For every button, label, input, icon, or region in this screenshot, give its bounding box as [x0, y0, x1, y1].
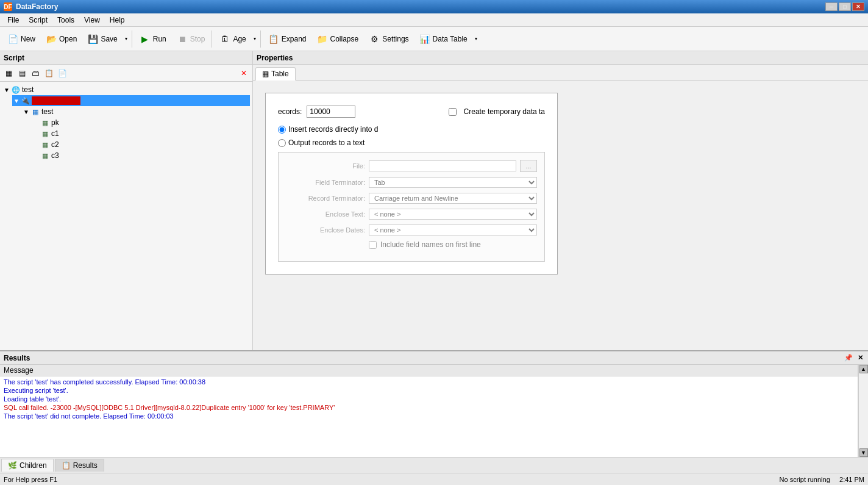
tree-col-c2[interactable]: ▦ c2: [32, 139, 250, 150]
data-table-dropdown[interactable]: ▾: [473, 29, 479, 49]
output-group: File: ... Field Terminator: Tab Comma Se…: [278, 152, 545, 262]
create-temp-checkbox[interactable]: [449, 108, 457, 116]
bottom-tabs: 🌿 Children 📋 Results: [0, 457, 868, 473]
enclose-dates-row: Enclose Dates: < none > Single quote Dou…: [286, 225, 537, 235]
expand-button[interactable]: 📋 Expand: [263, 29, 311, 49]
tab-bar: ▦ Table: [253, 65, 868, 81]
menu-bar: File Script Tools View Help: [0, 13, 868, 27]
records-input[interactable]: [307, 106, 355, 118]
table-tab-icon: ▦: [262, 70, 269, 78]
script-panel-header: Script: [0, 51, 252, 65]
save-icon: 💾: [87, 33, 99, 45]
pin-button[interactable]: 📌: [843, 354, 854, 362]
tree-view[interactable]: ▼ 🌐 test ▼ 🔌 ▼ ▦ test: [0, 82, 252, 350]
results-controls: 📌 ✕: [843, 354, 864, 362]
tree-col-c3[interactable]: ▦ c3: [32, 150, 250, 161]
expand-icon: 📋: [268, 33, 280, 45]
db-icon: 🌐: [11, 85, 21, 95]
menu-view[interactable]: View: [79, 15, 105, 26]
records-label: ecords:: [278, 107, 302, 116]
collapse-icon: 📁: [316, 33, 329, 45]
field-terminator-select[interactable]: Tab Comma Semicolon: [369, 177, 537, 188]
file-input[interactable]: [369, 160, 516, 171]
msg-3: SQL call failed. -23000 -[MySQL][ODBC 5.…: [4, 403, 854, 412]
app-icon: DF: [4, 2, 12, 11]
scroll-up-btn[interactable]: ▲: [859, 365, 868, 373]
tree-db-item[interactable]: ▼ 🔌: [12, 95, 250, 106]
col-icon-c1: ▦: [40, 129, 50, 138]
output-radio[interactable]: [278, 139, 286, 147]
results-tab-icon: 📋: [62, 461, 71, 470]
script-toolbar: ▦ ▤ 🗃 📋 📄 ✕: [0, 65, 252, 82]
new-db-btn[interactable]: 🗃: [29, 67, 41, 79]
insert-radio-group: Insert records directly into d: [278, 125, 545, 134]
results-scrollbar[interactable]: ▲ ▼: [858, 365, 868, 457]
enclose-dates-label: Enclose Dates:: [286, 226, 365, 234]
tree-col-pk[interactable]: ▦ pk: [32, 117, 250, 128]
close-results-button[interactable]: ✕: [856, 354, 864, 362]
tab-table[interactable]: ▦ Table: [255, 67, 296, 81]
enclose-text-select[interactable]: < none > Single quote Double quote: [369, 209, 537, 220]
status-left: For Help press F1: [4, 476, 57, 483]
age-button[interactable]: 🗓 Age: [215, 29, 250, 49]
settings-icon: ⚙: [368, 33, 380, 45]
msg-4: The script 'test' did not complete. Elap…: [4, 412, 854, 420]
settings-button[interactable]: ⚙ Settings: [364, 29, 413, 49]
open-button[interactable]: 📂 Open: [41, 29, 81, 49]
stop-button[interactable]: ⏹ Stop: [172, 29, 210, 49]
tree-root[interactable]: ▼ 🌐 test: [2, 84, 250, 95]
menu-script[interactable]: Script: [24, 15, 52, 26]
status-bar: For Help press F1 No script running 2:41…: [0, 473, 868, 485]
window-controls: ─ □ ✕: [825, 2, 864, 11]
insert-radio[interactable]: [278, 126, 286, 134]
results-body: Message The script 'test' has completed …: [0, 365, 868, 457]
properties-panel: Properties ▦ Table ecords: Create tempor…: [253, 51, 868, 350]
menu-tools[interactable]: Tools: [52, 15, 79, 26]
field-terminator-row: Field Terminator: Tab Comma Semicolon: [286, 177, 537, 188]
enclose-text-label: Enclose Text:: [286, 210, 365, 218]
run-button[interactable]: ▶ Run: [135, 29, 171, 49]
enclose-dates-select[interactable]: < none > Single quote Double quote: [369, 225, 537, 235]
script-panel: Script ▦ ▤ 🗃 📋 📄 ✕: [0, 51, 253, 350]
maximize-button[interactable]: □: [839, 2, 851, 11]
message-panel: Message The script 'test' has completed …: [0, 365, 858, 457]
save-dropdown[interactable]: ▾: [123, 29, 129, 49]
age-dropdown[interactable]: ▾: [252, 29, 258, 49]
tree-table[interactable]: ▼ ▦ test: [22, 106, 250, 117]
tab-children[interactable]: 🌿 Children: [1, 459, 54, 472]
tree-col-c1[interactable]: ▦ c1: [32, 128, 250, 139]
properties-content: ecords: Create temporary data ta Insert …: [253, 81, 868, 350]
tree-root-children: ▼ 🔌 ▼ ▦ test ▦ pk: [2, 95, 250, 161]
create-temp-label: Create temporary data ta: [464, 107, 545, 116]
record-terminator-select[interactable]: Carriage return and Newline Newline: [369, 193, 537, 204]
status-right: No script running 2:41 PM: [780, 476, 864, 483]
scroll-down-btn[interactable]: ▼: [859, 448, 868, 457]
save-button[interactable]: 💾 Save: [82, 29, 121, 49]
minimize-button[interactable]: ─: [825, 2, 838, 11]
results-header: Results 📌 ✕: [0, 351, 868, 365]
output-radio-label: Output records to a text: [278, 138, 545, 147]
paste-btn[interactable]: 📄: [56, 67, 68, 79]
children-tab-icon: 🌿: [8, 461, 17, 470]
menu-help[interactable]: Help: [105, 15, 130, 26]
connection-icon: 🔌: [21, 96, 30, 106]
toolbar-sep-1: [132, 31, 132, 48]
browse-button[interactable]: ...: [520, 160, 537, 172]
include-field-names-checkbox[interactable]: [369, 241, 377, 249]
toolbar-sep-3: [260, 31, 261, 48]
copy-btn[interactable]: 📋: [43, 67, 55, 79]
toolbar: 📄 New 📂 Open 💾 Save ▾ ▶ Run ⏹ Stop 🗓 Age…: [0, 27, 868, 51]
include-field-names-row: Include field names on first line: [286, 240, 537, 249]
new-button[interactable]: 📄 New: [2, 29, 40, 49]
delete-btn[interactable]: ✕: [238, 67, 250, 79]
tab-results[interactable]: 📋 Results: [55, 459, 104, 472]
data-table-icon: 📊: [419, 33, 431, 45]
menu-file[interactable]: File: [2, 15, 24, 26]
tree-columns: ▦ pk ▦ c1 ▦ c2: [22, 117, 250, 161]
collapse-button[interactable]: 📁 Collapse: [312, 29, 363, 49]
new-col-btn[interactable]: ▦: [2, 67, 15, 79]
close-button[interactable]: ✕: [852, 2, 864, 11]
new-table-btn[interactable]: ▤: [16, 67, 28, 79]
data-table-button[interactable]: 📊 Data Table: [414, 29, 472, 49]
db-name-bar: [32, 96, 80, 105]
